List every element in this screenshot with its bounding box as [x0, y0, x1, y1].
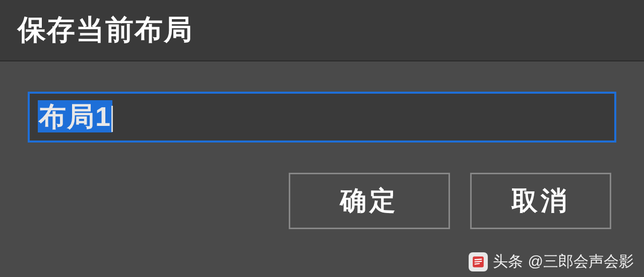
dialog-title: 保存当前布局 [18, 11, 626, 49]
ok-button[interactable]: 确定 [289, 173, 450, 229]
cancel-button[interactable]: 取消 [470, 173, 611, 229]
watermark-prefix: 头条 [493, 251, 523, 272]
save-layout-dialog: 保存当前布局 布局1 确定 取消 [0, 0, 644, 277]
dialog-button-row: 确定 取消 [28, 173, 616, 229]
dialog-title-bar: 保存当前布局 [0, 0, 644, 61]
watermark-handle: @三郎会声会影 [528, 251, 634, 272]
layout-name-input[interactable]: 布局1 [28, 92, 616, 143]
dialog-content: 布局1 确定 取消 [0, 61, 644, 277]
layout-name-value: 布局1 [34, 96, 117, 138]
watermark: 头条 @三郎会声会影 [469, 251, 634, 272]
toutiao-icon [469, 252, 488, 271]
